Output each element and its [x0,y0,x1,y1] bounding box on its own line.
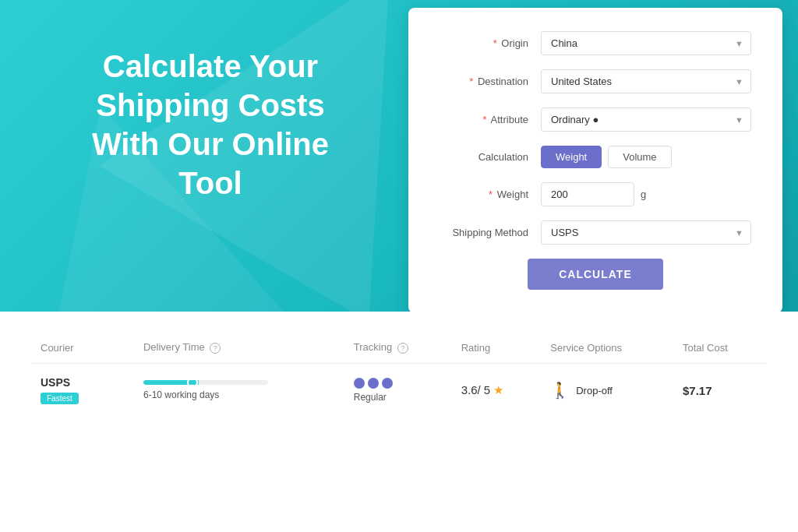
hero-text-block: Calculate Your Shipping Costs With Our O… [62,47,358,203]
service-label: Drop-off [576,385,613,396]
col-service: Service Options [541,335,673,364]
attribute-label: * Attribute [440,114,541,125]
page-wrapper: Calculate Your Shipping Costs With Our O… [0,0,798,532]
destination-select[interactable]: United States United Kingdom Germany [541,69,751,93]
delivery-bar-container [143,380,335,385]
origin-select-wrapper: China Hong Kong USA ▼ [541,31,751,55]
shipping-method-label: Shipping Method [440,227,541,238]
weight-unit: g [641,188,646,200]
required-star-origin: * [493,37,497,49]
calculator-card: * Origin China Hong Kong USA ▼ * Destina… [408,8,782,312]
calculation-row: Calculation Weight Volume [440,146,751,168]
person-icon: 🚶 [550,381,570,400]
required-star-weight: * [489,188,493,200]
origin-select[interactable]: China Hong Kong USA [541,31,751,55]
courier-cell: USPS Fastest [31,364,134,417]
tracking-help-icon[interactable]: ? [397,343,408,354]
tracking-cell: Regular [344,364,452,417]
attribute-row: * Attribute Ordinary ● ▼ [440,107,751,132]
delivery-bar [143,380,268,385]
tracking-label: Regular [354,392,443,403]
hero-title: Calculate Your Shipping Costs With Our O… [62,47,358,203]
delivery-bar-dot [187,380,198,385]
rating-cell: 3.6/ 5 ★ [452,364,542,417]
weight-row: * Weight g [440,182,751,206]
weight-input[interactable] [541,182,634,206]
destination-select-wrapper: United States United Kingdom Germany ▼ [541,69,751,93]
rating-value: 3.6/ 5 [461,383,491,396]
table-header-row: Courier Delivery Time ? Tracking ? Ratin… [31,335,767,364]
cost-cell: $7.17 [673,364,767,417]
service-cell: 🚶 Drop-off [541,364,673,417]
fastest-badge: Fastest [41,393,79,404]
total-cost-value: $7.17 [683,384,712,397]
required-star-attr: * [483,114,487,125]
courier-name: USPS [41,376,125,389]
calculate-button[interactable]: CALCULATE [528,259,663,290]
table-row: USPS Fastest 6-10 working days Regular 3… [31,364,767,417]
shipping-method-select-wrapper: USPS FedEx DHL UPS ▼ [541,220,751,245]
hero-section: Calculate Your Shipping Costs With Our O… [0,0,798,312]
destination-label: * Destination [440,76,541,87]
tracking-dot-2 [368,378,379,389]
col-tracking: Tracking ? [344,335,452,364]
delivery-cell: 6-10 working days [134,364,344,417]
origin-row: * Origin China Hong Kong USA ▼ [440,31,751,55]
volume-toggle-btn[interactable]: Volume [608,146,671,168]
rating-star-icon: ★ [493,383,503,396]
weight-toggle-btn[interactable]: Weight [541,146,602,168]
tracking-dots [354,378,443,389]
results-section: Courier Delivery Time ? Tracking ? Ratin… [0,312,798,532]
attribute-select[interactable]: Ordinary ● [541,107,751,132]
col-cost: Total Cost [673,335,767,364]
origin-label: * Origin [440,37,541,49]
col-rating: Rating [452,335,542,364]
service-option: 🚶 Drop-off [550,381,664,400]
weight-input-group: g [541,182,751,206]
delivery-days: 6-10 working days [143,389,335,400]
attribute-select-wrapper: Ordinary ● ▼ [541,107,751,132]
results-table: Courier Delivery Time ? Tracking ? Ratin… [31,335,767,417]
col-courier: Courier [31,335,134,364]
shipping-method-select[interactable]: USPS FedEx DHL UPS [541,220,751,245]
tracking-dot-3 [382,378,393,389]
destination-row: * Destination United States United Kingd… [440,69,751,93]
calculation-label: Calculation [440,151,541,163]
tracking-dot-1 [354,378,365,389]
weight-label: * Weight [440,188,541,200]
shipping-method-row: Shipping Method USPS FedEx DHL UPS ▼ [440,220,751,245]
calculation-toggle: Weight Volume [541,146,672,168]
col-delivery: Delivery Time ? [134,335,344,364]
delivery-bar-fill [143,380,193,385]
required-star-dest: * [469,76,473,87]
delivery-help-icon[interactable]: ? [210,343,221,354]
